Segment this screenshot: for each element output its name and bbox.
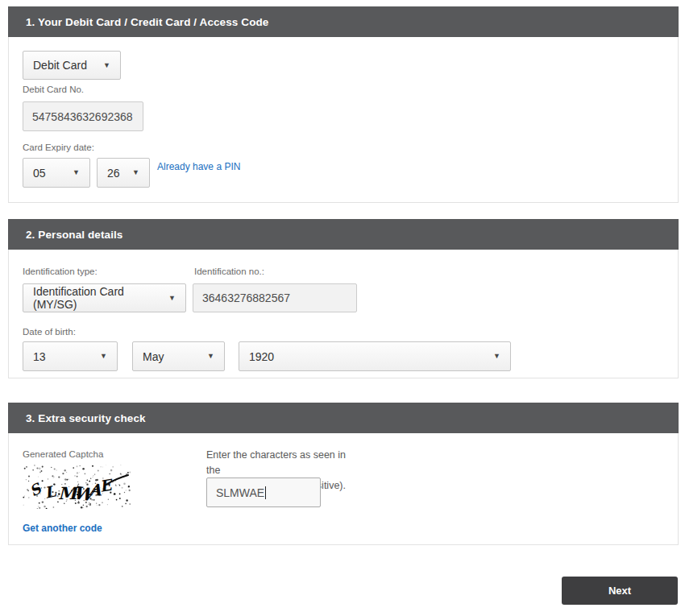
expiry-year-select[interactable]: 26 ▼ (97, 158, 150, 188)
dob-month-value: May (143, 350, 164, 363)
section-3-title: 3. Extra security check (26, 412, 146, 424)
card-no-value: 5475843632692368 (32, 110, 133, 123)
chevron-down-icon: ▼ (207, 353, 214, 360)
captcha-label: Generated Captcha (23, 449, 103, 459)
captcha-image: SLMWAE (23, 465, 131, 509)
section-personal-details: 2. Personal details Identification type:… (8, 219, 679, 378)
chevron-down-icon: ▼ (103, 62, 110, 69)
captcha-instruction-line1: Enter the characters as seen in the (206, 449, 346, 476)
section-3-body: Generated Captcha SLMWAE Get another cod… (8, 433, 679, 545)
dob-year-value: 1920 (249, 350, 274, 363)
dob-month-select[interactable]: May ▼ (132, 341, 225, 371)
section-1-header: 1. Your Debit Card / Credit Card / Acces… (8, 6, 679, 37)
dob-label: Date of birth: (23, 327, 76, 337)
expiry-month-select[interactable]: 05 ▼ (23, 158, 90, 188)
already-have-pin-link[interactable]: Already have a PIN (157, 161, 240, 172)
registration-form: 1. Your Debit Card / Credit Card / Acces… (8, 6, 679, 605)
dob-day-select[interactable]: 13 ▼ (23, 341, 118, 371)
section-2-header: 2. Personal details (8, 219, 679, 250)
section-security-check: 3. Extra security check Generated Captch… (8, 403, 679, 545)
id-type-label: Identification type: (23, 267, 98, 276)
chevron-down-icon: ▼ (132, 169, 139, 176)
section-card-details: 1. Your Debit Card / Credit Card / Acces… (8, 6, 679, 203)
chevron-down-icon: ▼ (100, 353, 107, 360)
captcha-input[interactable]: SLMWAE (206, 478, 321, 507)
text-cursor (265, 486, 266, 499)
chevron-down-icon: ▼ (73, 169, 80, 176)
dob-year-select[interactable]: 1920 ▼ (239, 341, 511, 371)
id-no-value: 36463276882567 (202, 291, 290, 304)
expiry-month-value: 05 (33, 167, 46, 180)
next-button-label: Next (608, 585, 631, 597)
section-1-title: 1. Your Debit Card / Credit Card / Acces… (26, 16, 268, 28)
chevron-down-icon: ▼ (168, 295, 176, 302)
card-type-value: Debit Card (33, 59, 87, 72)
card-no-label: Debit Card No. (23, 85, 84, 94)
section-2-body: Identification type: Identification no.:… (8, 250, 679, 378)
id-type-value: Identification Card (MY/SG) (33, 285, 160, 311)
card-type-select[interactable]: Debit Card ▼ (23, 51, 121, 80)
captcha-input-value: SLMWAE (216, 486, 264, 499)
section-3-header: 3. Extra security check (8, 403, 679, 433)
id-no-input[interactable]: 36463276882567 (193, 283, 357, 312)
next-button[interactable]: Next (562, 577, 678, 605)
card-expiry-label: Card Expiry date: (23, 143, 94, 152)
section-1-body: Debit Card ▼ Debit Card No. 547584363269… (8, 37, 679, 203)
expiry-year-value: 26 (107, 167, 120, 180)
card-no-input[interactable]: 5475843632692368 (23, 101, 143, 131)
get-another-code-link[interactable]: Get another code (23, 523, 102, 534)
dob-day-value: 13 (33, 350, 46, 363)
section-2-title: 2. Personal details (26, 229, 122, 241)
id-type-select[interactable]: Identification Card (MY/SG) ▼ (23, 283, 186, 312)
chevron-down-icon: ▼ (493, 353, 500, 360)
id-no-label: Identification no.: (194, 267, 264, 276)
